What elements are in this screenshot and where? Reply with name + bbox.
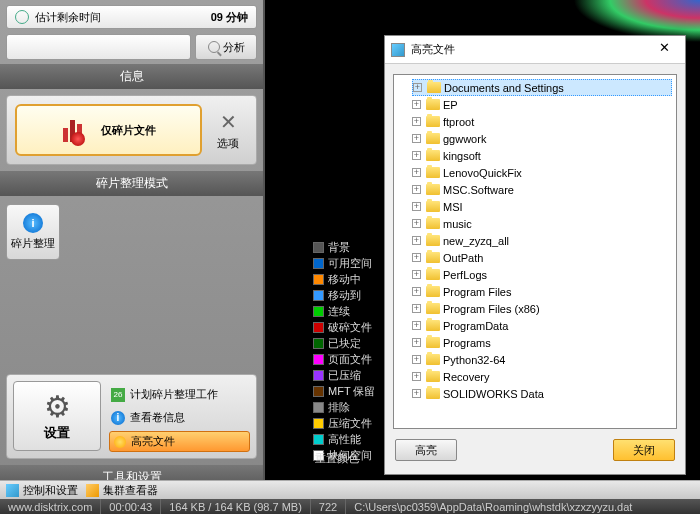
legend-label: 移动到 — [328, 288, 361, 303]
clock-icon — [15, 10, 29, 24]
folder-icon — [426, 269, 440, 280]
folder-name: SOLIDWORKS Data — [443, 388, 544, 400]
gear-icon: ⚙ — [40, 390, 74, 424]
analyze-button[interactable]: 分析 — [195, 34, 257, 60]
legend-item: 已块定 — [313, 336, 383, 351]
expand-icon[interactable]: + — [412, 338, 421, 347]
tree-item[interactable]: +ftproot — [412, 113, 672, 130]
legend-item: 页面文件 — [313, 352, 383, 367]
expand-icon[interactable]: + — [412, 321, 421, 330]
expand-icon[interactable]: + — [412, 134, 421, 143]
fragment-files-button[interactable]: 仅碎片文件 — [15, 104, 202, 156]
tree-item[interactable]: +new_zyzq_all — [412, 232, 672, 249]
legend-label: 页面文件 — [328, 352, 372, 367]
cluster-viewer-tab[interactable]: 集群查看器 — [86, 483, 158, 498]
options-label: 选项 — [217, 136, 239, 151]
tree-item[interactable]: +kingsoft — [412, 147, 672, 164]
tree-item[interactable]: +LenovoQuickFix — [412, 164, 672, 181]
folder-icon — [426, 133, 440, 144]
tree-item[interactable]: +Recovery — [412, 368, 672, 385]
folder-name: LenovoQuickFix — [443, 167, 522, 179]
legend-label: 已块定 — [328, 336, 361, 351]
control-label: 控制和设置 — [23, 483, 78, 498]
status-memory: 164 KB / 164 KB (98.7 MB) — [161, 499, 311, 514]
tools-section: ⚙ 设置 26 计划碎片整理工作 i 查看卷信息 高亮文件 — [6, 374, 257, 459]
expand-icon[interactable]: + — [412, 270, 421, 279]
expand-icon[interactable]: + — [412, 168, 421, 177]
search-row: 分析 — [6, 34, 257, 60]
tree-item[interactable]: +Documents and Settings — [412, 79, 672, 96]
tree-item[interactable]: +Python32-64 — [412, 351, 672, 368]
control-icon — [6, 484, 19, 497]
folder-name: Programs — [443, 337, 491, 349]
close-button[interactable]: ✕ — [649, 40, 679, 60]
legend-label: 背景 — [328, 240, 350, 255]
expand-icon[interactable]: + — [412, 355, 421, 364]
highlight-files-link[interactable]: 高亮文件 — [109, 431, 250, 452]
legend-color — [313, 274, 324, 285]
expand-icon[interactable]: + — [412, 304, 421, 313]
expand-icon[interactable]: + — [412, 100, 421, 109]
defrag-button[interactable]: i 碎片整理 — [6, 204, 60, 260]
control-settings-tab[interactable]: 控制和设置 — [6, 483, 78, 498]
expand-icon[interactable]: + — [412, 236, 421, 245]
folder-icon — [426, 286, 440, 297]
folder-name: Program Files — [443, 286, 511, 298]
expand-icon[interactable]: + — [412, 202, 421, 211]
volume-info-link[interactable]: i 查看卷信息 — [109, 408, 250, 427]
magnifier-icon — [208, 41, 220, 53]
tree-item[interactable]: +SOLIDWORKS Data — [412, 385, 672, 402]
close-dialog-button[interactable]: 关闭 — [613, 439, 675, 461]
tree-item[interactable]: +Programs — [412, 334, 672, 351]
folder-name: Documents and Settings — [444, 82, 564, 94]
folder-name: new_zyzq_all — [443, 235, 509, 247]
expand-icon[interactable]: + — [412, 151, 421, 160]
settings-label: 设置 — [44, 424, 70, 442]
chart-icon — [61, 114, 93, 146]
expand-icon[interactable]: + — [412, 185, 421, 194]
legend-item: 已压缩 — [313, 368, 383, 383]
folder-name: music — [443, 218, 472, 230]
expand-icon[interactable]: + — [412, 117, 421, 126]
folder-tree[interactable]: +Documents and Settings+EP+ftproot+ggwwo… — [393, 74, 677, 429]
expand-icon[interactable]: + — [412, 287, 421, 296]
legend-label: 压缩文件 — [328, 416, 372, 431]
tree-item[interactable]: +Program Files (x86) — [412, 300, 672, 317]
schedule-link[interactable]: 26 计划碎片整理工作 — [109, 385, 250, 404]
expand-icon[interactable]: + — [412, 219, 421, 228]
tree-item[interactable]: +OutPath — [412, 249, 672, 266]
tree-item[interactable]: +ProgramData — [412, 317, 672, 334]
tree-item[interactable]: +EP — [412, 96, 672, 113]
highlight-button[interactable]: 高亮 — [395, 439, 457, 461]
search-input[interactable] — [6, 34, 191, 60]
status-number: 722 — [311, 499, 346, 514]
legend-item: 连续 — [313, 304, 383, 319]
legend-color — [313, 306, 324, 317]
legend-label: 移动中 — [328, 272, 361, 287]
reset-colors-link[interactable]: 重置颜色 — [315, 451, 359, 466]
expand-icon[interactable]: + — [412, 253, 421, 262]
tree-item[interactable]: +MSC.Software — [412, 181, 672, 198]
tree-item[interactable]: +MSI — [412, 198, 672, 215]
tool-links: 26 计划碎片整理工作 i 查看卷信息 高亮文件 — [109, 381, 250, 452]
expand-icon[interactable]: + — [412, 372, 421, 381]
legend-color — [313, 354, 324, 365]
settings-button[interactable]: ⚙ 设置 — [13, 381, 101, 451]
tools-icon: ✕ — [220, 110, 237, 134]
tree-item[interactable]: +ggwwork — [412, 130, 672, 147]
expand-icon[interactable]: + — [412, 389, 421, 398]
dialog-titlebar: 高亮文件 ✕ — [385, 36, 685, 64]
options-button[interactable]: ✕ 选项 — [208, 110, 248, 151]
legend-item: 移动到 — [313, 288, 383, 303]
folder-icon — [426, 354, 440, 365]
folder-icon — [426, 201, 440, 212]
tree-item[interactable]: +music — [412, 215, 672, 232]
info-icon: i — [111, 411, 125, 425]
legend-label: 高性能 — [328, 432, 361, 447]
expand-icon[interactable]: + — [413, 83, 422, 92]
legend-label: 破碎文件 — [328, 320, 372, 335]
legend-item: 高性能 — [313, 432, 383, 447]
tree-item[interactable]: +Program Files — [412, 283, 672, 300]
tree-item[interactable]: +PerfLogs — [412, 266, 672, 283]
legend-label: 可用空间 — [328, 256, 372, 271]
